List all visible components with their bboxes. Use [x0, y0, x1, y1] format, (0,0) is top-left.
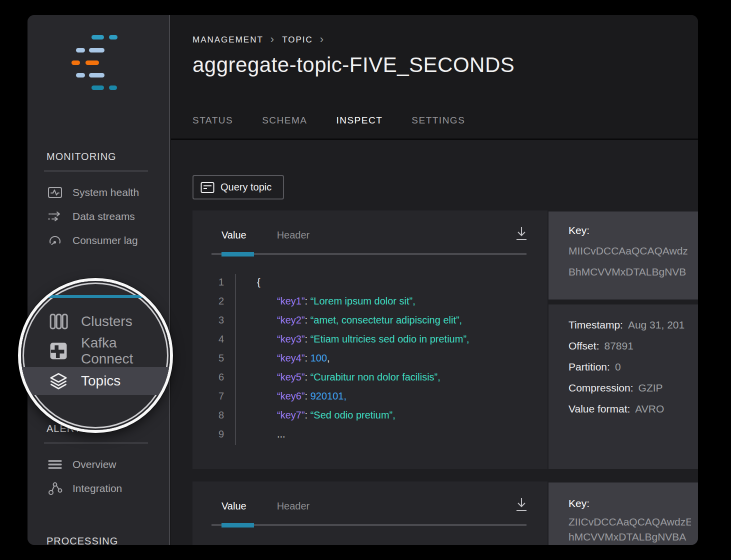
record-panel-1: Value Header 1{2“key1”: “Lorem ipsum dol… — [192, 210, 698, 469]
consumer-lag-icon — [48, 233, 62, 248]
chevron-right-icon: › — [270, 35, 275, 44]
sidebar-item-label: Integration — [72, 482, 122, 494]
code-line: 6“key5”: “Curabitur non dolor facilisis”… — [192, 368, 548, 386]
sidebar-item-topics[interactable]: Topics — [21, 367, 170, 395]
record-2-key-card: Key: ZIICvDCCAaQCAQAwdzEhMCVVMxDTALBgNVB… — [548, 482, 698, 545]
system-health-icon — [48, 185, 62, 200]
query-topic-label: Query topic — [220, 182, 272, 193]
record-1-key-card: Key: MIICvDCCAaQCAQAwdzBhMCVVMxDTALBgNVB — [548, 212, 698, 300]
overview-icon — [48, 457, 62, 472]
nav-section-monitoring: MONITORINGSystem healthData streamsConsu… — [28, 151, 169, 252]
main-area: MANAGEMENT › TOPIC › aggregate-topic-FIV… — [171, 15, 698, 545]
query-topic-button[interactable]: Query topic — [192, 175, 284, 200]
value-header-tabs: Value Header — [222, 500, 310, 512]
breadcrumb-management[interactable]: MANAGEMENT — [192, 35, 264, 45]
download-icon[interactable] — [515, 226, 528, 242]
record-1-metadata-card: Timestamp:Aug 31, 201Offset:87891Partiti… — [548, 304, 698, 469]
integration-icon — [48, 481, 62, 496]
line-number: 8 — [192, 406, 224, 424]
sidebar-item-data-streams[interactable]: Data streams — [28, 204, 169, 228]
code-line: 4“key3”: “Etiam ultricies sed odio in pr… — [192, 330, 548, 348]
active-tab-indicator — [222, 523, 254, 528]
tab-settings[interactable]: SETTINGS — [412, 115, 465, 126]
key-label: Key: — [568, 498, 691, 510]
record-1-value-pane: Value Header 1{2“key1”: “Lorem ipsum dol… — [192, 210, 548, 469]
sidebar-item-integration[interactable]: Integration — [28, 476, 169, 500]
query-form-icon — [200, 182, 214, 194]
code-line: 8“key7”: “Sed odio pretium”, — [192, 406, 548, 424]
breadcrumb: MANAGEMENT › TOPIC › — [192, 35, 324, 45]
line-number: 5 — [192, 348, 224, 368]
tab-header[interactable]: Header — [277, 500, 310, 512]
nav-section-title: PROCESSING — [46, 536, 169, 545]
logo-dash — [92, 86, 104, 90]
record-key-value: MIICvDCCAaQCAQAwdzBhMCVVMxDTALBgNVB — [568, 240, 691, 282]
record-key-value: ZIICvDCCAaQCAQAwdzEhMCVVMxDTALBgNVBA — [568, 514, 691, 544]
tab-status[interactable]: STATUS — [192, 115, 233, 126]
meta-row: Partition:0 — [568, 356, 693, 378]
tab-underline — [212, 254, 526, 254]
section-divider — [44, 442, 148, 444]
code-line: 7“key6”: 920101, — [192, 386, 548, 406]
topics-icon — [49, 372, 68, 390]
sidebar-item-label: Overview — [72, 458, 116, 470]
meta-row: Value format:AVRO — [568, 398, 693, 420]
tab-inspect[interactable]: INSPECT — [336, 115, 382, 126]
code-line: 2“key1”: “Lorem ipsum dolor sit”, — [192, 292, 548, 310]
content-area: Query topic Value Header — [171, 140, 698, 545]
logo-dash — [109, 35, 118, 40]
logo-dash — [86, 60, 99, 65]
sidebar-item-clusters[interactable]: Clusters — [21, 308, 170, 336]
logo-dash — [89, 73, 104, 78]
meta-row: Timestamp:Aug 31, 201 — [568, 314, 693, 336]
line-number: 3 — [192, 310, 224, 330]
magnifier-lens: ClustersKafka ConnectTopics — [18, 278, 173, 433]
line-number: 9 — [192, 424, 224, 444]
key-label: Key: — [568, 224, 691, 236]
tab-schema[interactable]: SCHEMA — [262, 115, 307, 126]
sidebar-item-label: System health — [72, 186, 139, 198]
tab-underline — [212, 524, 526, 526]
topic-tabs: STATUSSCHEMAINSPECTSETTINGS — [192, 115, 465, 126]
value-header-tabs: Value Header — [222, 230, 310, 241]
chevron-right-icon: › — [320, 35, 324, 44]
magnifier-content: ClustersKafka ConnectTopics — [21, 281, 170, 430]
nav-section-processing: PROCESSING — [28, 536, 169, 545]
code-line: 9... — [192, 424, 548, 444]
json-code-view: 1{2“key1”: “Lorem ipsum dolor sit”,3“key… — [192, 272, 548, 444]
sidebar-item-label: Kafka Connect — [81, 335, 170, 367]
page-header: MANAGEMENT › TOPIC › aggregate-topic-FIV… — [171, 15, 698, 138]
sidebar-item-overview[interactable]: Overview — [28, 452, 169, 476]
app-logo-icon — [28, 15, 170, 115]
sidebar-item-label: Topics — [81, 373, 120, 389]
logo-dash — [72, 60, 80, 65]
line-number: 7 — [192, 386, 224, 406]
code-line: 1{ — [192, 272, 548, 292]
tab-header[interactable]: Header — [277, 230, 310, 241]
line-number: 2 — [192, 292, 224, 310]
record-2-value-pane: Value Header — [192, 482, 548, 545]
logo-dash — [76, 73, 85, 78]
breadcrumb-topic[interactable]: TOPIC — [282, 35, 313, 45]
app-window: MANAGEMENT › TOPIC › aggregate-topic-FIV… — [28, 15, 698, 545]
nav-section-title: MONITORING — [46, 151, 169, 162]
logo-dash — [89, 48, 104, 52]
section-divider — [44, 170, 148, 172]
sidebar-item-consumer-lag[interactable]: Consumer lag — [28, 228, 169, 252]
sidebar-item-system-health[interactable]: System health — [28, 180, 169, 204]
line-number: 1 — [192, 272, 224, 292]
sidebar-item-label: Clusters — [81, 314, 132, 330]
sidebar-item-label: Data streams — [72, 210, 135, 222]
tab-value[interactable]: Value — [222, 230, 246, 241]
clusters-icon — [49, 312, 68, 331]
code-line: 5“key4”: 100, — [192, 348, 548, 368]
logo-dash — [76, 48, 85, 52]
kafka-connect-icon — [49, 342, 68, 360]
sidebar-item-kafka-connect[interactable]: Kafka Connect — [21, 337, 170, 365]
data-streams-icon — [48, 209, 62, 224]
code-line: 3“key2”: “amet, consectetur adipiscing e… — [192, 310, 548, 330]
download-icon[interactable] — [515, 496, 528, 512]
active-tab-indicator — [222, 252, 254, 256]
tab-value[interactable]: Value — [222, 500, 246, 512]
line-number: 6 — [192, 368, 224, 386]
